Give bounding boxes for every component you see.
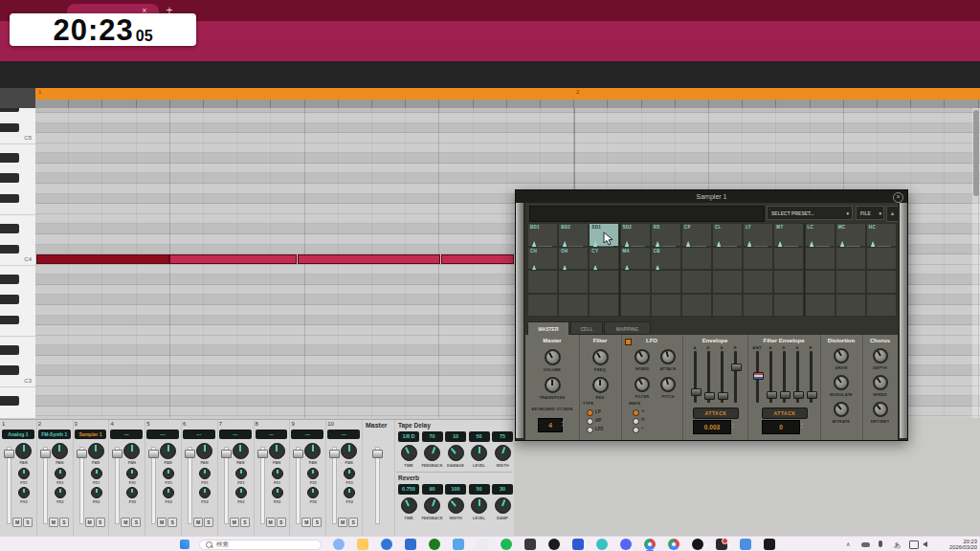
mute-button[interactable]: M — [157, 518, 167, 527]
filter-freq-knob[interactable] — [592, 349, 609, 365]
chatgpt-app-icon[interactable] — [692, 539, 703, 550]
mute-button[interactable]: M — [301, 518, 311, 527]
dark-app-icon[interactable] — [524, 539, 536, 550]
distortion-modulate-knob[interactable] — [834, 375, 849, 390]
fx2-knob[interactable] — [18, 487, 30, 498]
master-fader-track[interactable] — [375, 447, 380, 524]
black-key[interactable] — [0, 316, 19, 325]
tape-delay-value[interactable]: 1/8 D — [398, 431, 419, 442]
reverb-level-knob[interactable] — [471, 497, 487, 514]
sample-pad-cp[interactable]: CP — [681, 223, 712, 247]
filter_envelope-fader-handle[interactable] — [753, 372, 764, 380]
fx1-knob[interactable] — [91, 468, 102, 479]
file-menu[interactable]: FILE▾ — [856, 206, 884, 220]
mute-button[interactable]: M — [266, 518, 276, 527]
midi-note[interactable] — [169, 254, 297, 264]
sample-pad-empty[interactable] — [835, 247, 866, 271]
reverb-value[interactable]: 30 — [492, 484, 513, 495]
pan-knob[interactable] — [160, 443, 176, 459]
fx2-knob[interactable] — [126, 487, 138, 498]
volume-fader-handle[interactable] — [257, 450, 268, 458]
sample-pad-empty[interactable] — [651, 294, 681, 318]
chorus-depth-knob[interactable] — [873, 348, 888, 364]
penguin-app-icon[interactable] — [548, 539, 560, 550]
black-key[interactable] — [0, 153, 19, 163]
solo-button[interactable]: S — [204, 518, 213, 527]
sample-pad-empty[interactable] — [527, 270, 558, 294]
envelope-attack-button[interactable]: ATTACK — [693, 408, 739, 419]
tape-delay-feedback-knob[interactable] — [424, 445, 440, 461]
sample-pad-empty[interactable] — [558, 270, 589, 294]
tape-delay-value[interactable]: 50 — [469, 431, 490, 442]
volume-fader-handle[interactable] — [185, 450, 195, 458]
envelope-fader-handle[interactable] — [691, 388, 702, 396]
volume-fader-handle[interactable] — [148, 450, 159, 458]
filter_envelope-fader-handle[interactable] — [793, 391, 804, 399]
master-fader-handle[interactable] — [372, 450, 383, 458]
envelope-fader-handle[interactable] — [704, 392, 715, 400]
sample-pad-cy[interactable]: CY — [589, 247, 619, 271]
onedrive-cloud-icon[interactable] — [861, 542, 870, 547]
blue-app-icon[interactable] — [572, 539, 584, 550]
filter-type-radio-hp[interactable] — [587, 418, 593, 425]
tab-mapping[interactable]: MAPPING — [604, 321, 651, 335]
fx1-knob[interactable] — [344, 468, 355, 479]
black-key[interactable] — [0, 365, 19, 375]
file-explorer-icon[interactable] — [357, 539, 368, 550]
tape-delay-value[interactable]: 75 — [492, 431, 513, 442]
microsoft-store-icon[interactable] — [405, 539, 416, 550]
sample-pad-empty[interactable] — [866, 247, 897, 271]
filter_envelope-fader-handle[interactable] — [780, 391, 791, 399]
sample-pad-cl[interactable]: CL — [712, 223, 743, 247]
sample-pad-empty[interactable] — [558, 294, 589, 318]
chorus-speed-knob[interactable] — [873, 375, 888, 390]
sample-pad-rs[interactable]: RS — [651, 223, 681, 247]
speaker-icon[interactable] — [923, 541, 927, 547]
reverb-value[interactable]: 0.750 — [398, 484, 419, 495]
fx2-knob[interactable] — [199, 487, 211, 498]
sample-pad-bd1[interactable]: BD1 — [527, 223, 558, 247]
spinner-arrows[interactable]: ▴ ▾ — [562, 421, 564, 428]
fx1-knob[interactable] — [126, 468, 138, 479]
fx2-knob[interactable] — [91, 487, 102, 498]
pan-knob[interactable] — [52, 443, 68, 459]
solo-button[interactable]: S — [240, 518, 250, 527]
volume-fader-track[interactable] — [43, 447, 48, 524]
reverb-value[interactable]: 50 — [469, 484, 490, 495]
sample-pad-empty[interactable] — [651, 270, 681, 294]
sample-pad-hc[interactable]: HC — [866, 223, 897, 247]
volume-fader-track[interactable] — [296, 447, 301, 524]
lfo-wave-radio[interactable] — [633, 418, 639, 425]
film-app-icon[interactable] — [764, 539, 775, 550]
volume-fader-handle[interactable] — [4, 450, 14, 458]
fx1-knob[interactable] — [163, 468, 174, 479]
channel-name-button[interactable]: --- — [183, 430, 215, 439]
black-key[interactable] — [0, 245, 19, 254]
master-transpose-knob[interactable] — [545, 377, 561, 393]
sample-pad-ma[interactable]: MA — [620, 247, 651, 271]
mute-button[interactable]: M — [12, 518, 22, 527]
sample-pad-empty[interactable] — [866, 294, 897, 318]
channel-name-button[interactable]: --- — [110, 430, 143, 439]
volume-fader-handle[interactable] — [112, 450, 122, 458]
sample-pad-mc[interactable]: MC — [835, 223, 866, 247]
tape-delay-value[interactable]: 70 — [422, 431, 443, 442]
black-key[interactable] — [0, 108, 19, 112]
solo-button[interactable]: S — [96, 518, 105, 527]
pan-knob[interactable] — [196, 443, 212, 459]
volume-fader-track[interactable] — [151, 447, 156, 524]
lfo-speed-knob[interactable] — [635, 349, 650, 364]
black-key[interactable] — [0, 275, 19, 284]
lfo-wave-radio[interactable] — [633, 409, 639, 416]
lfo-attack-knob[interactable] — [660, 349, 676, 364]
pan-knob[interactable] — [15, 443, 32, 459]
copilot-icon[interactable] — [333, 539, 345, 550]
sample-pad-empty[interactable] — [743, 247, 773, 271]
sample-pad-empty[interactable] — [773, 270, 804, 294]
discord-icon[interactable] — [620, 539, 632, 550]
solo-button[interactable]: S — [23, 518, 33, 527]
paint-app-icon[interactable] — [453, 539, 464, 550]
mute-button[interactable]: M — [85, 518, 95, 527]
tab-cell[interactable]: CELL — [570, 321, 603, 335]
sample-pad-ch[interactable]: CH — [527, 247, 558, 271]
